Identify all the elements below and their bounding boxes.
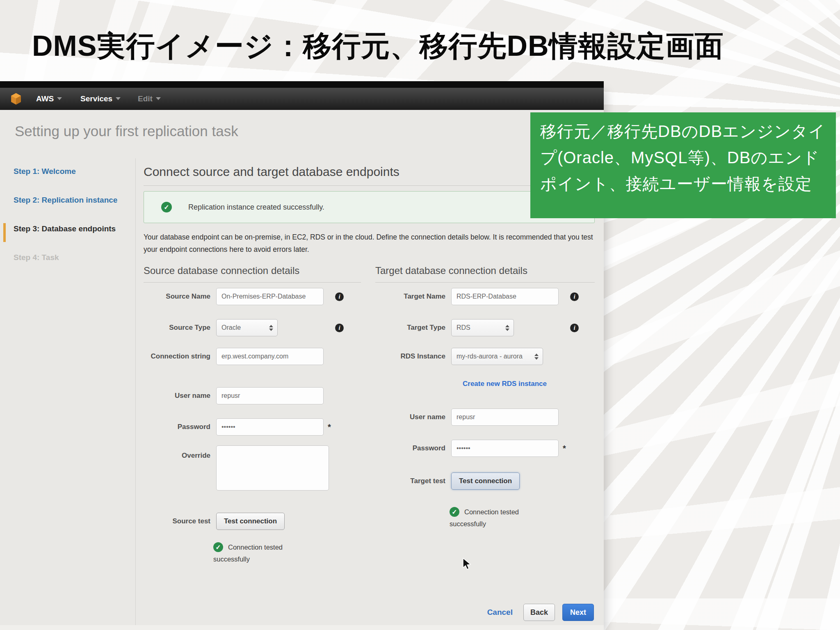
- info-icon[interactable]: [570, 324, 579, 332]
- connection-tested-check-icon: [213, 542, 223, 552]
- sidebar-step-1-welcome[interactable]: Step 1: Welcome: [14, 167, 76, 176]
- field-target-name: Target Name: [385, 288, 606, 305]
- nav-aws-label: AWS: [36, 94, 54, 103]
- field-source-password: Password *: [150, 418, 371, 436]
- info-icon[interactable]: [335, 324, 344, 332]
- source-tested-text: Connection tested: [228, 543, 283, 551]
- mouse-cursor: [463, 558, 472, 572]
- success-alert-text: Replication instance created successfull…: [188, 203, 324, 212]
- target-connection-tested: Connection tested successfully: [450, 507, 519, 528]
- source-test-label: Source test: [150, 517, 210, 526]
- select-arrows-icon: [534, 354, 539, 360]
- select-arrows-icon: [269, 325, 273, 331]
- annotation-callout: 移行元／移行先DBのDBエンジンタイプ(Oracle、MySQL等)、DBのエン…: [530, 112, 836, 218]
- info-icon[interactable]: [570, 292, 579, 301]
- target-type-label: Target Type: [385, 323, 445, 333]
- target-tested-text: Connection tested: [464, 508, 519, 516]
- success-check-icon: [161, 202, 172, 212]
- target-column-heading: Target database connection details: [375, 265, 595, 283]
- select-arrows-icon: [505, 325, 509, 331]
- nav-edit-label: Edit: [138, 94, 153, 103]
- field-target-type: Target Type RDS: [385, 319, 606, 336]
- field-target-username: User name: [385, 409, 606, 426]
- rds-instance-select[interactable]: my-rds-aurora - aurora: [451, 348, 543, 365]
- console-bottom-strip: [0, 625, 604, 630]
- field-source-username: User name: [150, 387, 371, 404]
- target-test-label: Target test: [385, 477, 445, 486]
- field-source-test: Source test Test connection: [150, 513, 371, 530]
- section-heading: Connect source and target database endpo…: [144, 165, 399, 179]
- target-name-input[interactable]: [451, 288, 559, 305]
- source-password-label: Password: [150, 422, 210, 432]
- source-username-label: User name: [150, 391, 210, 401]
- slide-title: DMS実行イメージ：移行元、移行先DB情報設定画面: [32, 27, 819, 66]
- target-username-input[interactable]: [451, 409, 559, 426]
- source-name-input[interactable]: [216, 288, 324, 305]
- source-type-value: Oracle: [221, 324, 265, 331]
- target-type-select[interactable]: RDS: [451, 319, 514, 336]
- info-icon[interactable]: [335, 292, 344, 301]
- sidebar-step-4-task: Step 4: Task: [14, 253, 59, 262]
- connection-string-label: Connection string: [150, 352, 210, 361]
- chevron-down-icon: [116, 97, 121, 100]
- field-target-test: Target test Test connection: [385, 472, 606, 490]
- aws-cube-logo-icon[interactable]: [11, 92, 21, 105]
- endpoint-description: Your database endpoint can be on-premise…: [144, 231, 598, 256]
- required-asterisk: *: [563, 444, 566, 453]
- sidebar-step-3-database-endpoints[interactable]: Step 3: Database endpoints: [14, 224, 116, 233]
- heading-divider: [144, 185, 595, 186]
- chevron-down-icon: [57, 97, 62, 100]
- field-connection-string: Connection string: [150, 348, 371, 365]
- nav-services-label: Services: [80, 94, 112, 103]
- source-test-connection-button[interactable]: Test connection: [216, 513, 285, 530]
- source-type-select[interactable]: Oracle: [216, 319, 278, 336]
- chevron-down-icon: [156, 97, 161, 100]
- create-new-rds-instance-link[interactable]: Create new RDS instance: [463, 380, 547, 388]
- sidebar-step-2-replication-instance[interactable]: Step 2: Replication instance: [14, 196, 117, 205]
- source-column-heading: Source database connection details: [144, 265, 361, 283]
- target-type-value: RDS: [457, 324, 501, 331]
- target-tested-text-2: successfully: [450, 520, 519, 528]
- back-button[interactable]: Back: [523, 604, 555, 621]
- source-type-label: Source Type: [150, 323, 210, 333]
- sidebar-divider: [135, 158, 136, 630]
- wizard-footer: Cancel Back Next: [0, 604, 594, 621]
- nav-menu-edit[interactable]: Edit: [138, 94, 161, 103]
- field-source-type: Source Type Oracle: [150, 319, 371, 336]
- field-source-name: Source Name: [150, 288, 371, 305]
- rds-instance-value: my-rds-aurora - aurora: [457, 353, 530, 360]
- target-username-label: User name: [385, 413, 445, 422]
- success-alert: Replication instance created successfull…: [144, 191, 595, 223]
- connection-string-input[interactable]: [216, 348, 324, 365]
- target-name-label: Target Name: [385, 292, 445, 301]
- field-target-password: Password *: [385, 440, 606, 457]
- source-tested-text-2: successfully: [213, 555, 283, 563]
- slide: DMS実行イメージ：移行元、移行先DB情報設定画面 移行元／移行先DBのDBエン…: [0, 0, 840, 630]
- row-create-rds-link: Create new RDS instance: [385, 380, 606, 388]
- page-title: Setting up your first replication task: [15, 123, 238, 139]
- next-button[interactable]: Next: [562, 604, 594, 621]
- cancel-link[interactable]: Cancel: [487, 608, 513, 617]
- source-name-label: Source Name: [150, 292, 210, 301]
- target-password-label: Password: [385, 444, 445, 453]
- source-username-input[interactable]: [216, 387, 324, 404]
- active-step-indicator: [3, 223, 6, 242]
- target-password-input[interactable]: [451, 440, 559, 457]
- aws-console-screenshot: AWS Services Edit Setting up your first …: [0, 88, 604, 630]
- field-override: Override: [150, 445, 371, 491]
- required-asterisk: *: [328, 422, 331, 432]
- connection-tested-check-icon: [450, 507, 459, 517]
- rds-instance-label: RDS Instance: [385, 352, 445, 361]
- nav-menu-aws[interactable]: AWS: [36, 94, 62, 103]
- aws-navbar: AWS Services Edit: [0, 88, 604, 110]
- field-rds-instance: RDS Instance my-rds-aurora - aurora: [385, 348, 606, 365]
- override-label: Override: [150, 451, 210, 461]
- title-underline: [0, 81, 604, 88]
- target-test-connection-button[interactable]: Test connection: [451, 472, 520, 490]
- source-password-input[interactable]: [216, 418, 324, 436]
- override-textarea[interactable]: [216, 445, 329, 491]
- nav-menu-services[interactable]: Services: [80, 94, 121, 103]
- source-connection-tested: Connection tested successfully: [213, 542, 283, 563]
